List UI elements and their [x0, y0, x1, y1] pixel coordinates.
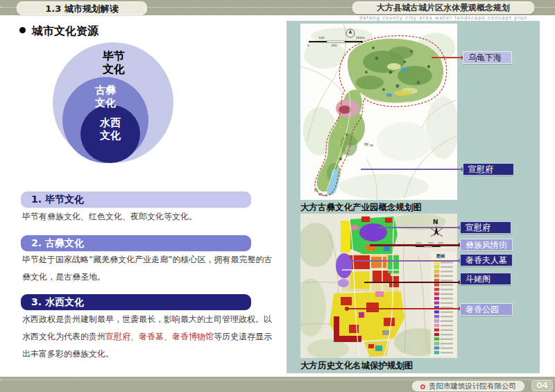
page-title: 城市文化资源: [19, 24, 99, 39]
svg-text:图例: 图例: [436, 253, 445, 259]
map1-caption: 大方古彝文化产业园概念规划图: [300, 202, 422, 214]
legend: 图例: [431, 252, 456, 357]
section-3-heading: 3. 水西文化: [21, 294, 251, 310]
company-box: 贵阳市建筑设计院有限公司: [412, 381, 524, 391]
section-1-body: 毕节有彝族文化、红色文化、夜郎文化等文化。: [22, 208, 279, 225]
page: 1.3 城市规划解读 大方县城古城片区水体景观概念规划 dafang count…: [0, 0, 555, 392]
doc-subtitle-en: dafang county city area water landscape …: [352, 15, 534, 21]
connector-shexiang-gongyuan: [347, 308, 459, 309]
map2-graphic: N 图例: [300, 214, 457, 358]
culture-venn-diagram: 毕节文化 古彝文化 水西文化: [53, 42, 173, 164]
connector-doulaoge: [364, 282, 459, 283]
connector-xuanweifu-map2: [378, 227, 459, 228]
section-2-heading: 2. 古彝文化: [21, 235, 251, 251]
doc-title: 大方县城古城片区水体景观概念规划: [377, 3, 510, 12]
maps-panel: 0 100 200 500m 大方古彝文化产业园概念规划图: [287, 21, 540, 373]
doc-title-box: 大方县城古城片区水体景观概念规划: [352, 1, 534, 14]
footer-bar: 贵阳市建筑设计院有限公司 04: [0, 377, 555, 392]
map2-zoning: [330, 216, 404, 357]
connector-xuanweifu-map1: [361, 169, 462, 170]
section-3-body: 水西政权是贵州建制最早，世袭最长，影响最大的土司管理政权。以水西文化为代表的贵州…: [22, 311, 279, 363]
map2-label-doulaoge: 斗姥阁: [460, 273, 511, 285]
top-bar: 1.3 城市规划解读 大方县城古城片区水体景观概念规划: [0, 0, 555, 15]
page-number: 04: [531, 380, 553, 391]
svg-text:500m: 500m: [356, 36, 365, 40]
svg-text:N: N: [433, 219, 438, 225]
company-logo-icon: [420, 384, 425, 389]
connector-wugui-xiahai: [432, 57, 462, 58]
map2-caption: 大方历史文化名城保护规划图: [300, 360, 413, 372]
svg-text:100: 100: [318, 36, 325, 40]
section-3-highlight: 宣慰府、奢香墓、奢香博物馆: [105, 332, 214, 341]
venn-outer-label: 毕节文化: [101, 49, 126, 76]
map2-label-shexiang-gongyuan: 奢香公园: [460, 303, 513, 316]
section-tab: 1.3 城市规划解读: [17, 1, 147, 15]
map1-label-wugui-xiahai: 乌龟下海: [463, 51, 512, 64]
venn-middle-label: 古彝文化: [93, 84, 118, 109]
section-1-heading: 1. 毕节文化: [21, 191, 251, 207]
connector-shexiang-furenmu: [347, 260, 459, 262]
section-2-body: 毕节处于国家战略“藏羌彝文化产业走廊”的核心区，拥有最完整的古彝文化，是古彝圣地…: [22, 251, 279, 286]
venn-inner-label: 水西文化: [98, 117, 123, 142]
map1-label-xuanweifu: 宣慰府: [463, 163, 514, 176]
connector-yizu-fengqingjie: [370, 244, 459, 246]
page-title-text: 城市文化资源: [32, 24, 99, 37]
company-name: 贵阳市建筑设计院有限公司: [429, 382, 516, 390]
footer-divider-dotted: [0, 380, 555, 380]
map2-label-xuanweifu: 宣慰府: [460, 221, 511, 234]
map2-label-shexiang-furenmu: 奢香夫人墓: [460, 254, 513, 266]
bullet-icon: [19, 27, 26, 33]
map2-label-yizu-fengqingjie: 彝族风情街: [460, 239, 513, 251]
map1-image: 0 100 200 500m: [300, 24, 457, 200]
svg-text:0: 0: [307, 44, 309, 47]
map2-image: N 图例: [300, 214, 457, 358]
map1-graphic: 0 100 200 500m: [300, 24, 457, 200]
section-tab-label: 1.3 城市规划解读: [45, 3, 119, 14]
svg-text:200: 200: [331, 44, 337, 47]
